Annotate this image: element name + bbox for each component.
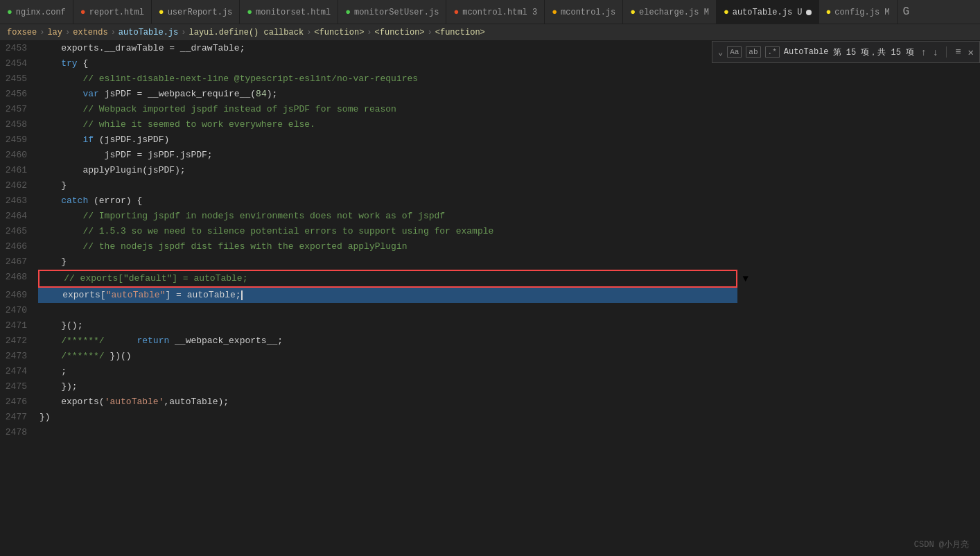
code-line-2468: 2468▼ // exports["default"] = autoTable;	[0, 270, 980, 288]
tab-userReport[interactable]: ●userReport.js	[152, 0, 240, 24]
breadcrumb-item-7[interactable]: <function>	[435, 28, 485, 37]
find-count: 第 15 项，共 15 项	[833, 46, 915, 58]
line-content-2458[interactable]: // while it seemed to work everywhere el…	[38, 117, 980, 132]
code-line-2457: 2457 // Webpack imported jspdf instead o…	[0, 102, 980, 117]
breadcrumb-sep-7: ›	[428, 28, 432, 37]
line-content-2465[interactable]: // 1.5.3 so we need to silence potential…	[38, 224, 980, 239]
tab-overflow-button[interactable]: G	[898, 0, 916, 24]
find-prev-button[interactable]: ↑	[918, 46, 929, 58]
breadcrumb-sep-1: ›	[40, 28, 44, 37]
line-content-2475[interactable]: });	[38, 379, 980, 394]
tab-icon-mcontrol-js: ●	[552, 7, 557, 17]
line-content-2470[interactable]	[38, 303, 980, 318]
line-content-2460[interactable]: jsPDF = jsPDF.jsPDF;	[38, 148, 980, 163]
line-number-2458: 2458	[0, 117, 38, 132]
tab-autoTable[interactable]: ●autoTable.js U	[717, 0, 819, 24]
line-content-2455[interactable]: // eslint-disable-next-line @typescript-…	[38, 71, 980, 87]
tab-label-report: report.html	[89, 8, 144, 17]
line-content-2456[interactable]: var jsPDF = __webpack_require__(84);	[38, 87, 980, 102]
line-content-2464[interactable]: // Importing jspdf in nodejs environment…	[38, 209, 980, 224]
find-next-button[interactable]: ↓	[930, 46, 940, 58]
line-content-2468[interactable]: // exports["default"] = autoTable;	[41, 271, 736, 286]
code-line-2471: 2471 }();	[0, 318, 980, 333]
breadcrumb-item-6[interactable]: <function>	[375, 28, 425, 37]
tab-label-config: config.js M	[834, 8, 889, 17]
code-line-2456: 2456 var jsPDF = __webpack_require__(84)…	[0, 87, 980, 102]
line-content-2477[interactable]: })	[38, 410, 980, 425]
line-content-wrapper-2465: // 1.5.3 so we need to silence potential…	[38, 224, 980, 239]
breadcrumb-item-5[interactable]: <function>	[314, 28, 364, 37]
code-line-2473: 2473 /******/ })()	[0, 349, 980, 364]
breadcrumb-item-3[interactable]: autoTable.js	[119, 28, 178, 37]
line-content-wrapper-2459: if (jsPDF.jsPDF)	[38, 132, 980, 148]
line-content-2467[interactable]: }	[38, 254, 980, 270]
line-content-2472[interactable]: /******/ return __webpack_exports__;	[38, 333, 980, 349]
tab-label-monitorSetUser: monitorSetUser.js	[354, 8, 439, 17]
code-line-2469: 2469 exports["autoTable"] = autoTable;	[0, 288, 980, 303]
code-line-2467: 2467 }	[0, 254, 980, 270]
tab-report[interactable]: ●report.html	[73, 0, 152, 24]
code-line-2462: 2462 }	[0, 178, 980, 193]
line-number-2468: 2468	[0, 270, 38, 285]
line-content-2476[interactable]: exports('autoTable',autoTable);	[38, 394, 980, 410]
tab-icon-config: ●	[826, 7, 832, 17]
find-aa-icon[interactable]: Aa	[727, 46, 742, 58]
line-number-2469: 2469	[0, 288, 38, 303]
line-content-2473[interactable]: /******/ })()	[38, 349, 980, 364]
tab-nginx[interactable]: ●nginx.conf	[0, 0, 73, 24]
tab-mcontrol-html[interactable]: ●mcontrol.html 3	[446, 0, 545, 24]
code-line-2465: 2465 // 1.5.3 so we need to silence pote…	[0, 224, 980, 239]
line-content-wrapper-2475: });	[38, 379, 980, 394]
code-editor[interactable]: ⌄ Aa ab .* AutoTable 第 15 项，共 15 项 ↑ ↓ ≡…	[0, 41, 980, 556]
line-content-2457[interactable]: // Webpack imported jspdf instead of jsP…	[38, 102, 980, 117]
line-number-2466: 2466	[0, 239, 38, 254]
line-content-2474[interactable]: ;	[38, 364, 980, 379]
code-line-2470: 2470	[0, 303, 980, 318]
line-content-2459[interactable]: if (jsPDF.jsPDF)	[38, 132, 980, 148]
line-content-wrapper-2470	[38, 303, 980, 318]
find-ab-icon[interactable]: ab	[746, 46, 760, 58]
line-content-wrapper-2456: var jsPDF = __webpack_require__(84);	[38, 87, 980, 102]
line-content-2469[interactable]: exports["autoTable"] = autoTable;	[40, 288, 737, 303]
find-text: AutoTable	[784, 47, 829, 57]
line-content-2462[interactable]: }	[38, 178, 980, 193]
line-content-2463[interactable]: catch (error) {	[38, 193, 980, 209]
breadcrumb-item-1: lay	[47, 28, 62, 37]
line-content-wrapper-2467: }	[38, 254, 980, 270]
line-number-2465: 2465	[0, 224, 38, 239]
line-number-2476: 2476	[0, 394, 38, 410]
find-menu-button[interactable]: ≡	[952, 45, 963, 59]
tab-elecharge[interactable]: ●elecharge.js M	[623, 0, 717, 24]
line-content-wrapper-2466: // the nodejs jspdf dist files with the …	[38, 239, 980, 254]
line-content-2461[interactable]: applyPlugin(jsPDF);	[38, 163, 980, 178]
breadcrumb-sep-3: ›	[111, 28, 116, 37]
breadcrumb: foxsee›lay›extends›autoTable.js›layui.de…	[0, 24, 980, 41]
line-content-2478[interactable]	[38, 425, 980, 440]
tab-monitorset[interactable]: ●monitorset.html	[240, 0, 338, 24]
find-regex-icon[interactable]: .*	[765, 46, 780, 58]
tab-config[interactable]: ●config.js M	[819, 0, 898, 24]
line-number-2475: 2475	[0, 379, 38, 394]
line-number-2457: 2457	[0, 102, 38, 117]
breadcrumb-item-4[interactable]: layui.define() callback	[189, 28, 304, 37]
line-content-wrapper-2463: catch (error) {	[38, 193, 980, 209]
line-content-wrapper-2457: // Webpack imported jspdf instead of jsP…	[38, 102, 980, 117]
tab-label-userReport: userReport.js	[168, 8, 233, 17]
tab-mcontrol-js[interactable]: ●mcontrol.js	[545, 0, 623, 24]
line-number-2455: 2455	[0, 71, 38, 87]
line-number-2459: 2459	[0, 132, 38, 148]
line-content-wrapper-2462: }	[38, 178, 980, 193]
line-number-2470: 2470	[0, 303, 38, 318]
find-close-button[interactable]: ✕	[968, 46, 974, 58]
code-line-2459: 2459 if (jsPDF.jsPDF)	[0, 132, 980, 148]
code-line-2475: 2475 });	[0, 379, 980, 394]
code-line-2464: 2464 // Importing jspdf in nodejs enviro…	[0, 209, 980, 224]
line-content-2471[interactable]: }();	[38, 318, 980, 333]
line-content-wrapper-2455: // eslint-disable-next-line @typescript-…	[38, 71, 980, 87]
tab-monitorSetUser[interactable]: ●monitorSetUser.js	[338, 0, 446, 24]
text-cursor	[241, 290, 243, 300]
code-line-2466: 2466 // the nodejs jspdf dist files with…	[0, 239, 980, 254]
find-expand-icon[interactable]: ⌄	[718, 47, 723, 58]
line-number-2463: 2463	[0, 193, 38, 209]
line-content-2466[interactable]: // the nodejs jspdf dist files with the …	[38, 239, 980, 254]
